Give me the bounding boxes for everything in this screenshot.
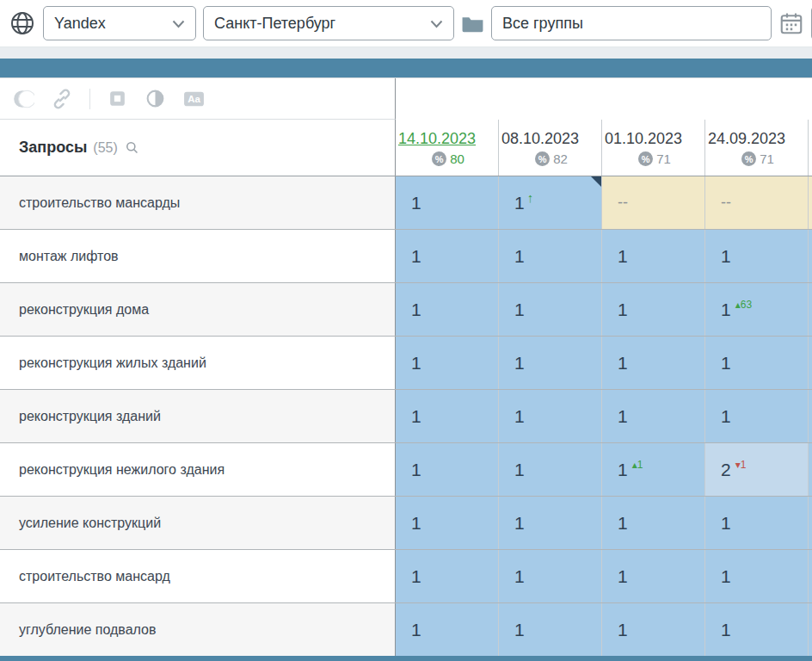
top-scrollbar[interactable] [0, 59, 812, 77]
change-badge: ▴1 [632, 459, 643, 471]
percent-icon: % [432, 151, 446, 166]
percent-indicator: %82 [501, 151, 601, 166]
keyword-cell[interactable]: реконструкция жилых зданий [0, 337, 396, 389]
position-cell[interactable] [809, 550, 812, 602]
position-cell[interactable]: 1 [499, 497, 602, 549]
table-toolbar-row: Aa [0, 78, 812, 120]
position-cell[interactable]: 1 [602, 390, 705, 442]
position-cell[interactable]: 1 [499, 390, 602, 442]
search-icon[interactable] [124, 139, 140, 156]
table-header-row: Запросы (55) 14.10.2023%8008.10.2023%820… [0, 120, 812, 176]
position-value: 1 [411, 566, 421, 587]
position-cell[interactable] [809, 497, 812, 549]
position-cell[interactable]: -- [602, 176, 705, 229]
position-cell[interactable]: 2▾1 [705, 443, 809, 496]
region-select[interactable]: Санкт-Петербург [203, 6, 454, 40]
position-cell[interactable]: 1 [499, 603, 602, 656]
position-cell[interactable]: 1 [602, 603, 705, 656]
position-cell[interactable] [809, 176, 812, 229]
search-engine-select[interactable]: Yandex [43, 6, 196, 40]
chevron-down-icon [430, 15, 443, 33]
position-cell[interactable]: 1 [705, 337, 809, 389]
cells-icon[interactable] [107, 88, 128, 109]
date-column-header[interactable]: 14.10.2023%80 [396, 120, 499, 176]
keyword-cell[interactable]: строительство мансард [0, 550, 396, 602]
date-column-header[interactable]: 24.09.2023%71 [705, 120, 809, 176]
keyword-cell[interactable]: реконструкция зданий [0, 390, 396, 442]
position-cell[interactable] [809, 603, 812, 656]
table-row: монтаж лифтов1111 [0, 230, 812, 283]
position-cell[interactable]: 1 [396, 390, 499, 442]
position-cell[interactable]: 1 [396, 337, 499, 389]
position-cell[interactable]: 1▴63 [705, 283, 809, 336]
position-cell[interactable]: 1 [396, 443, 499, 496]
position-cell[interactable]: 1 [705, 390, 809, 442]
date-label[interactable]: 14.10.2023 [398, 129, 498, 148]
percent-icon: % [535, 151, 550, 166]
top-toolbar: Yandex Санкт-Петербург Все группы [0, 0, 812, 47]
table-row: строительство мансард1111 [0, 550, 812, 603]
date-label[interactable]: 08.10.2023 [501, 129, 601, 148]
percent-icon: % [741, 151, 756, 166]
position-cell[interactable] [809, 337, 812, 389]
date-column-header[interactable]: 01.10.2023%71 [602, 120, 705, 176]
keyword-cell[interactable]: реконструкция дома [0, 283, 396, 336]
position-cell[interactable] [809, 443, 812, 496]
position-cell[interactable]: 1 [602, 497, 705, 549]
position-cell[interactable]: 1 [602, 337, 705, 389]
position-cell[interactable] [809, 283, 812, 336]
position-value: 1 [514, 620, 525, 640]
folder-icon[interactable] [461, 15, 484, 33]
position-cell[interactable]: 1 [396, 283, 499, 336]
position-cell[interactable]: 1▴1 [602, 443, 705, 496]
position-cell[interactable]: 1↑ [499, 176, 602, 229]
position-cell[interactable]: 1 [705, 497, 809, 549]
halftone-icon[interactable] [145, 88, 166, 109]
position-cell[interactable]: 1 [602, 230, 705, 282]
position-cell[interactable]: 1 [499, 550, 602, 602]
position-cell[interactable]: 1 [705, 550, 809, 602]
position-cell[interactable]: 1 [499, 443, 602, 496]
link-icon[interactable] [51, 88, 73, 110]
position-cell[interactable]: 1 [396, 230, 499, 282]
contrast-icon[interactable] [12, 88, 34, 110]
position-cell[interactable]: -- [705, 176, 809, 229]
position-cell[interactable] [809, 390, 812, 442]
position-cell[interactable]: 1 [602, 283, 705, 336]
text-case-icon[interactable]: Aa [182, 88, 206, 109]
groups-select[interactable]: Все группы [491, 6, 772, 40]
region-value: Санкт-Петербург [214, 15, 335, 33]
position-cell[interactable]: 1 [499, 283, 602, 336]
position-cell[interactable]: 1 [705, 603, 809, 656]
position-cell[interactable]: 1 [396, 603, 499, 656]
groups-value: Все группы [502, 15, 583, 33]
bottom-scrollbar[interactable] [0, 656, 812, 661]
keyword-cell[interactable]: строительство мансарды [0, 176, 396, 229]
table-toolbar-spacer [396, 78, 812, 120]
globe-icon[interactable] [9, 9, 36, 37]
position-value: 1 [411, 620, 421, 640]
position-value: 1 [618, 566, 628, 587]
keyword-cell[interactable]: усиление конструкций [0, 497, 396, 549]
position-cell[interactable]: 1 [396, 176, 499, 229]
keyword-cell[interactable]: монтаж лифтов [0, 230, 396, 282]
position-cell[interactable]: 1 [396, 550, 499, 602]
keyword-cell[interactable]: углубление подвалов [0, 603, 396, 656]
queries-header: Запросы (55) [0, 120, 396, 176]
date-label[interactable]: 01.10.2023 [605, 129, 704, 148]
date-label[interactable]: 24.09.2023 [708, 129, 808, 148]
table-body: строительство мансарды11↑----монтаж лифт… [0, 176, 812, 656]
position-value: -- [721, 194, 731, 212]
date-column-header[interactable]: 1 [809, 120, 812, 176]
position-cell[interactable]: 1 [499, 337, 602, 389]
position-cell[interactable]: 1 [705, 230, 809, 282]
calendar-icon[interactable] [778, 10, 804, 36]
keyword-cell[interactable]: реконструкция нежилого здания [0, 443, 396, 496]
position-cell[interactable]: 1 [499, 230, 602, 282]
position-value: 1 [721, 513, 731, 534]
position-cell[interactable]: 1 [602, 550, 705, 602]
position-cell[interactable]: 1 [396, 497, 499, 549]
position-value: 1 [721, 300, 731, 320]
date-column-header[interactable]: 08.10.2023%82 [499, 120, 602, 176]
position-cell[interactable] [809, 230, 812, 282]
